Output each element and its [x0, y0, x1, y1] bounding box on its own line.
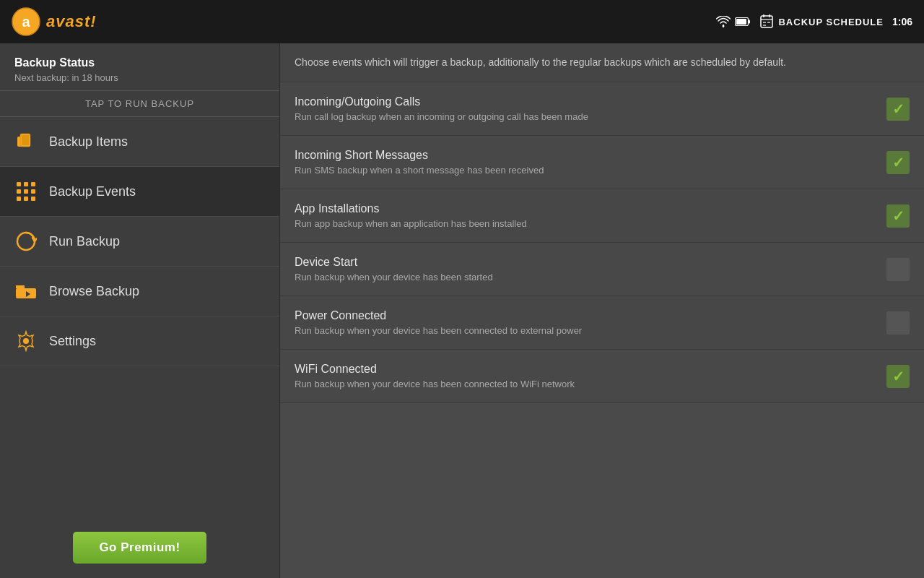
- event-desc: Run backup when your device has been con…: [295, 379, 878, 389]
- event-text: Incoming/Outgoing CallsRun call log back…: [295, 95, 878, 122]
- event-title: WiFi Connected: [295, 363, 878, 376]
- event-checkbox[interactable]: ✓: [886, 204, 910, 228]
- event-title: Incoming/Outgoing Calls: [295, 95, 878, 108]
- svg-rect-16: [17, 182, 21, 186]
- event-checkbox[interactable]: [886, 311, 910, 335]
- logo-text: avast!: [46, 12, 97, 31]
- backup-schedule-label: BACKUP SCHEDULE: [778, 17, 884, 27]
- clock-display: 1:06: [892, 16, 912, 27]
- sidebar-item-settings[interactable]: Settings: [0, 316, 279, 366]
- event-title: App Installations: [295, 202, 878, 215]
- svg-rect-17: [24, 182, 28, 186]
- svg-rect-23: [24, 197, 28, 201]
- svg-point-2: [723, 25, 725, 27]
- svg-marker-26: [16, 285, 25, 288]
- event-item: Device StartRun backup when your device …: [280, 243, 924, 296]
- event-item: Power ConnectedRun backup when your devi…: [280, 296, 924, 350]
- sidebar-item-backup-events[interactable]: Backup Events: [0, 167, 279, 217]
- avast-logo-icon: a: [12, 7, 40, 36]
- backup-schedule-button[interactable]: BACKUP SCHEDULE: [759, 14, 884, 29]
- svg-rect-21: [31, 189, 35, 194]
- backup-events-icon: [14, 180, 38, 203]
- sidebar-item-browse-backup[interactable]: Browse Backup: [0, 267, 279, 316]
- svg-rect-18: [31, 182, 35, 186]
- sidebar-item-label-backup-items: Backup Items: [49, 134, 128, 150]
- sidebar-item-label-backup-events: Backup Events: [49, 184, 136, 199]
- event-text: Incoming Short MessagesRun SMS backup wh…: [295, 149, 878, 176]
- main-content: Backup Status Next backup: in 18 hours T…: [0, 43, 924, 578]
- svg-rect-4: [736, 19, 746, 25]
- checkmark-icon: ✓: [892, 100, 905, 118]
- event-desc: Run SMS backup when a short message has …: [295, 165, 878, 176]
- backup-items-icon: [14, 130, 38, 153]
- event-checkbox[interactable]: [886, 258, 910, 281]
- sidebar-item-run-backup[interactable]: Run Backup: [0, 217, 279, 267]
- event-checkbox[interactable]: ✓: [886, 98, 910, 121]
- event-text: Power ConnectedRun backup when your devi…: [295, 309, 878, 336]
- top-bar-left: a avast!: [12, 7, 97, 36]
- svg-rect-5: [749, 20, 751, 24]
- event-item: WiFi ConnectedRun backup when your devic…: [280, 350, 924, 403]
- svg-rect-20: [24, 189, 28, 194]
- svg-rect-22: [17, 197, 21, 201]
- event-item: Incoming/Outgoing CallsRun call log back…: [280, 82, 924, 136]
- event-text: WiFi ConnectedRun backup when your devic…: [295, 363, 878, 389]
- checkmark-icon: ✓: [892, 368, 905, 385]
- event-desc: Run backup when your device has been con…: [295, 325, 878, 336]
- avast-logo: a avast!: [12, 7, 97, 36]
- sidebar-nav: Backup Items: [0, 117, 279, 517]
- go-premium-button[interactable]: Go Premium!: [73, 532, 206, 564]
- sidebar-item-label-settings: Settings: [49, 334, 96, 349]
- event-text: App InstallationsRun app backup when an …: [295, 202, 878, 229]
- battery-icon: [735, 17, 751, 26]
- events-container: Incoming/Outgoing CallsRun call log back…: [280, 82, 924, 403]
- browse-backup-icon: [14, 280, 38, 303]
- event-title: Power Connected: [295, 309, 878, 322]
- checkmark-icon: ✓: [892, 207, 905, 225]
- event-title: Incoming Short Messages: [295, 149, 878, 162]
- right-panel: Choose events which will trigger a backu…: [280, 43, 924, 578]
- sidebar: Backup Status Next backup: in 18 hours T…: [0, 43, 280, 578]
- event-text: Device StartRun backup when your device …: [295, 256, 878, 282]
- event-item: App InstallationsRun app backup when an …: [280, 189, 924, 243]
- sidebar-item-backup-items[interactable]: Backup Items: [0, 117, 279, 167]
- top-bar-right: BACKUP SCHEDULE 1:06: [716, 14, 912, 29]
- event-title: Device Start: [295, 256, 878, 269]
- sidebar-item-label-browse-backup: Browse Backup: [49, 284, 139, 299]
- tap-to-run-button[interactable]: TAP TO RUN BACKUP: [0, 91, 279, 117]
- sidebar-status: Backup Status Next backup: in 18 hours: [0, 43, 279, 91]
- svg-point-29: [23, 338, 29, 344]
- checkmark-icon: ✓: [892, 154, 905, 171]
- top-bar: a avast!: [0, 0, 924, 43]
- event-desc: Run backup when your device has been sta…: [295, 272, 878, 282]
- wifi-icon: [716, 16, 731, 27]
- svg-rect-6: [761, 16, 772, 27]
- svg-rect-19: [17, 189, 21, 194]
- sidebar-item-label-run-backup: Run Backup: [49, 234, 120, 249]
- backup-status-title: Backup Status: [14, 56, 265, 69]
- status-icons: [716, 16, 751, 27]
- right-panel-header: Choose events which will trigger a backu…: [280, 43, 924, 82]
- event-item: Incoming Short MessagesRun SMS backup wh…: [280, 136, 924, 189]
- backup-status-sub: Next backup: in 18 hours: [14, 72, 265, 83]
- event-desc: Run call log backup when an incoming or …: [295, 111, 878, 122]
- svg-rect-24: [31, 197, 35, 201]
- svg-rect-15: [22, 135, 29, 145]
- settings-icon: [14, 329, 38, 353]
- backup-schedule-icon: [759, 14, 774, 29]
- event-checkbox[interactable]: ✓: [886, 365, 910, 388]
- event-checkbox[interactable]: ✓: [886, 151, 910, 174]
- run-backup-icon: [14, 230, 38, 253]
- event-desc: Run app backup when an application has b…: [295, 218, 878, 229]
- svg-text:a: a: [22, 14, 30, 30]
